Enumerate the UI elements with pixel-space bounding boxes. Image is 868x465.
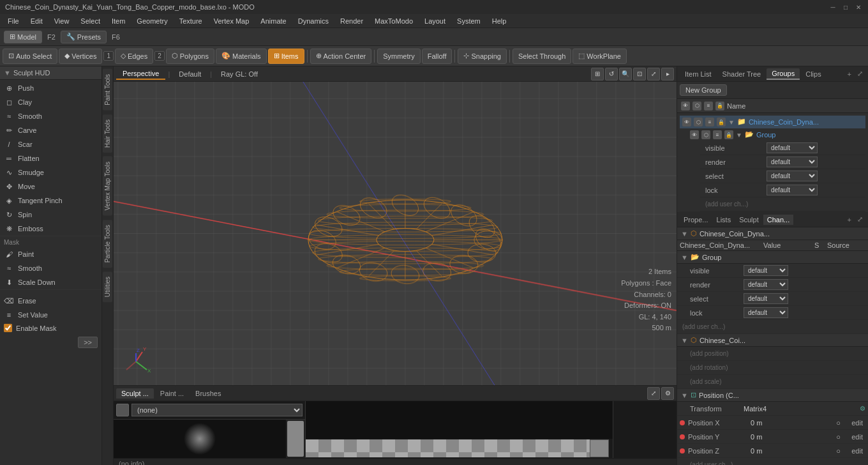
tool-mask-smooth[interactable]: ≈ Smooth bbox=[0, 261, 101, 275]
shader-tree-tab[interactable]: Shader Tree bbox=[717, 69, 767, 79]
tool-carve[interactable]: ✏ Carve bbox=[0, 123, 101, 137]
menu-item[interactable]: Item bbox=[107, 16, 130, 26]
close-button[interactable]: ✕ bbox=[854, 3, 863, 11]
menu-geometry[interactable]: Geometry bbox=[131, 16, 172, 26]
visible-select[interactable]: default bbox=[767, 142, 818, 153]
group-lock-chan-select[interactable]: default bbox=[744, 307, 788, 318]
perspective-tab[interactable]: Perspective bbox=[116, 68, 165, 80]
collapse-icon[interactable]: ▼ bbox=[4, 69, 11, 77]
position-x-edit[interactable]: edit bbox=[849, 419, 865, 427]
lists-tab[interactable]: Lists bbox=[713, 215, 735, 225]
vp-expand-button[interactable]: ⤢ bbox=[647, 68, 660, 80]
vp-zoom-button[interactable]: 🔍 bbox=[619, 68, 632, 80]
items-button[interactable]: ⊞ Items bbox=[268, 49, 304, 64]
tool-clay[interactable]: ◻ Clay bbox=[0, 95, 101, 109]
tool-scale-down[interactable]: ⬇ Scale Down bbox=[0, 275, 101, 289]
tool-smudge[interactable]: ∿ Smudge bbox=[0, 165, 101, 179]
sculpt-tab-prop[interactable]: Sculpt bbox=[735, 215, 763, 225]
select-through-button[interactable]: Select Through bbox=[513, 49, 571, 64]
tool-emboss[interactable]: ❋ Emboss bbox=[0, 222, 101, 236]
props-expand-button[interactable]: ⤢ bbox=[855, 215, 865, 224]
menu-animate[interactable]: Animate bbox=[255, 16, 291, 26]
select-select[interactable]: default bbox=[767, 171, 818, 181]
tool-tangent-pinch[interactable]: ◈ Tangent Pinch bbox=[0, 194, 101, 208]
polygons-button[interactable]: ⬡ Polygons bbox=[166, 49, 214, 64]
viewport[interactable]: 2 Items Polygons : Face Channels: 0 Defo… bbox=[114, 82, 677, 385]
menu-dynamics[interactable]: Dynamics bbox=[293, 16, 334, 26]
enable-mask-checkbox[interactable] bbox=[4, 324, 12, 332]
workplane-button[interactable]: ⬚ WorkPlane bbox=[572, 49, 627, 64]
utilities-tab[interactable]: Utilities bbox=[103, 271, 112, 302]
action-center-button[interactable]: ⊕ Action Center bbox=[310, 49, 372, 64]
chan-tab[interactable]: Chan... bbox=[763, 215, 793, 225]
tool-set-value[interactable]: ≡ Set Value bbox=[0, 308, 101, 322]
materials-button[interactable]: 🎨 Materials bbox=[216, 49, 267, 64]
lock-select[interactable]: default bbox=[767, 185, 818, 195]
groups-tab[interactable]: Groups bbox=[767, 68, 800, 80]
render-select[interactable]: default bbox=[767, 156, 818, 167]
item-list-tab[interactable]: Item List bbox=[680, 69, 717, 79]
menu-select[interactable]: Select bbox=[75, 16, 105, 26]
more-tools-button[interactable]: >> bbox=[78, 337, 98, 348]
tool-smooth[interactable]: ≈ Smooth bbox=[0, 109, 101, 123]
minimize-button[interactable]: ─ bbox=[828, 3, 837, 11]
maximize-button[interactable]: □ bbox=[841, 3, 850, 11]
bottom-expand-button[interactable]: ⤢ bbox=[647, 387, 660, 400]
menu-help[interactable]: Help bbox=[487, 16, 512, 26]
props-tab[interactable]: Prope... bbox=[680, 215, 712, 225]
vp-home-button[interactable]: ⊞ bbox=[591, 68, 604, 80]
paint-tab[interactable]: Paint ... bbox=[155, 388, 189, 399]
enable-mask-entry[interactable]: Enable Mask bbox=[0, 322, 101, 334]
falloff-button[interactable]: Falloff bbox=[422, 49, 453, 64]
group-visible-chan-select[interactable]: default bbox=[744, 265, 788, 276]
presets-button[interactable]: 🔧 Presets bbox=[61, 31, 107, 43]
menu-render[interactable]: Render bbox=[335, 16, 368, 26]
menu-system[interactable]: System bbox=[452, 16, 486, 26]
sculpt-tab[interactable]: Sculpt ... bbox=[116, 388, 154, 399]
snapping-button[interactable]: ⊹ Snapping bbox=[458, 49, 507, 64]
props-add-button[interactable]: + bbox=[845, 216, 854, 224]
model-mode-button[interactable]: ⊞ Model bbox=[4, 31, 42, 43]
position-y-edit[interactable]: edit bbox=[849, 433, 865, 441]
group-select-chan-select[interactable]: default bbox=[744, 293, 788, 304]
raygl-tab[interactable]: Ray GL: Off bbox=[214, 69, 264, 79]
tool-erase[interactable]: ⌫ Erase bbox=[0, 294, 101, 308]
tool-scar[interactable]: / Scar bbox=[0, 137, 101, 151]
menu-file[interactable]: File bbox=[3, 16, 24, 26]
position-z-edit[interactable]: edit bbox=[849, 447, 865, 455]
right-panel-expand-button[interactable]: ⤢ bbox=[855, 68, 865, 79]
group-row-group[interactable]: 👁 ⬡ ≡ 🔒 ▼ 📂 Group bbox=[680, 128, 865, 141]
symmetry-button[interactable]: Symmetry bbox=[377, 49, 421, 64]
preset-select[interactable]: (none) bbox=[131, 404, 303, 416]
hair-tools-tab[interactable]: Hair Tools bbox=[103, 114, 112, 153]
edges-button[interactable]: ◇ Edges bbox=[115, 49, 153, 64]
tool-flatten[interactable]: ═ Flatten bbox=[0, 151, 101, 165]
menu-view[interactable]: View bbox=[49, 16, 75, 26]
vertices-button[interactable]: ◆ Vertices bbox=[59, 49, 102, 64]
new-group-button[interactable]: New Group bbox=[680, 84, 727, 96]
vp-rotate-button[interactable]: ↺ bbox=[605, 68, 618, 80]
particle-tools-tab[interactable]: Particle Tools bbox=[103, 220, 112, 268]
default-tab[interactable]: Default bbox=[172, 69, 207, 79]
tool-mask-paint[interactable]: 🖌 Paint bbox=[0, 247, 101, 261]
group-render-chan-select[interactable]: default bbox=[744, 279, 788, 290]
tool-spin[interactable]: ↻ Spin bbox=[0, 208, 101, 222]
clips-tab[interactable]: Clips bbox=[800, 69, 826, 79]
vp-settings-button[interactable]: ▸ bbox=[661, 68, 674, 80]
brushes-tab[interactable]: Brushes bbox=[190, 388, 226, 399]
tool-move[interactable]: ✥ Move bbox=[0, 179, 101, 194]
paint-tools-tab[interactable]: Paint Tools bbox=[103, 69, 112, 111]
menu-layout[interactable]: Layout bbox=[419, 16, 451, 26]
menu-vertex-map[interactable]: Vertex Map bbox=[209, 16, 255, 26]
right-panel-add-button[interactable]: + bbox=[845, 69, 854, 79]
menu-edit[interactable]: Edit bbox=[26, 16, 48, 26]
bottom-settings-button[interactable]: ⚙ bbox=[661, 387, 674, 400]
menu-maxtomodo[interactable]: MaxToModo bbox=[370, 16, 418, 26]
vertex-map-tools-tab[interactable]: Vertex Map Tools bbox=[103, 156, 112, 216]
tool-push[interactable]: ⊕ Push bbox=[0, 81, 101, 95]
group-row-parent[interactable]: 👁 ⬡ ≡ 🔒 ▼ 📁 Chinese_Coin_Dyna... bbox=[680, 116, 865, 128]
auto-select-button[interactable]: ⊡ Auto Select bbox=[3, 49, 57, 64]
vp-fit-button[interactable]: ⊡ bbox=[633, 68, 646, 80]
menu-texture[interactable]: Texture bbox=[174, 16, 207, 26]
transform-settings-button[interactable]: ⚙ bbox=[860, 405, 865, 412]
